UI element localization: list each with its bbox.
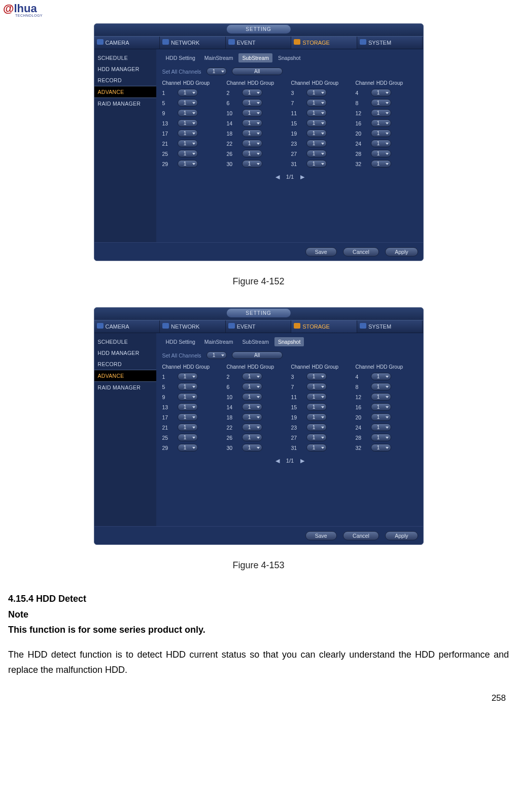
top-tab-storage[interactable]: STORAGE bbox=[291, 37, 357, 49]
hdd-group-dropdown[interactable]: 1 bbox=[371, 109, 391, 117]
hdd-group-dropdown[interactable]: 1 bbox=[178, 160, 198, 168]
hdd-group-dropdown[interactable]: 1 bbox=[306, 444, 327, 451]
top-tab-camera[interactable]: CAMERA bbox=[94, 320, 160, 333]
hdd-group-dropdown[interactable]: 1 bbox=[306, 434, 327, 441]
hdd-group-dropdown[interactable]: 1 bbox=[178, 434, 198, 441]
sidebar-item-advance[interactable]: ADVANCE bbox=[94, 370, 156, 382]
apply-button[interactable]: Apply bbox=[385, 247, 418, 256]
hdd-group-dropdown[interactable]: 1 bbox=[178, 393, 198, 401]
hdd-group-dropdown[interactable]: 1 bbox=[178, 403, 198, 411]
save-button[interactable]: Save bbox=[305, 247, 337, 256]
hdd-group-dropdown[interactable]: 1 bbox=[371, 413, 391, 421]
hdd-group-dropdown[interactable]: 1 bbox=[371, 140, 391, 147]
hdd-group-dropdown[interactable]: 1 bbox=[371, 424, 391, 431]
hdd-group-dropdown[interactable]: 1 bbox=[178, 413, 198, 421]
top-tab-system[interactable]: SYSTEM bbox=[357, 37, 423, 49]
hdd-group-dropdown[interactable]: 1 bbox=[178, 373, 198, 380]
hdd-group-dropdown[interactable]: 1 bbox=[371, 383, 391, 391]
hdd-group-dropdown[interactable]: 1 bbox=[371, 160, 391, 168]
hdd-group-dropdown[interactable]: 1 bbox=[371, 129, 391, 137]
hdd-group-dropdown[interactable]: 1 bbox=[306, 140, 327, 147]
sidebar-item-schedule[interactable]: SCHEDULE bbox=[94, 52, 156, 63]
hdd-group-dropdown[interactable]: 1 bbox=[242, 413, 262, 421]
hdd-group-dropdown[interactable]: 1 bbox=[306, 373, 327, 380]
hdd-group-dropdown[interactable]: 1 bbox=[242, 140, 262, 147]
top-tab-storage[interactable]: STORAGE bbox=[291, 320, 357, 333]
hdd-group-dropdown[interactable]: 1 bbox=[306, 119, 327, 127]
subtab-substream[interactable]: SubStream bbox=[238, 337, 272, 346]
hdd-group-dropdown[interactable]: 1 bbox=[242, 373, 262, 380]
hdd-group-dropdown[interactable]: 1 bbox=[178, 140, 198, 147]
hdd-group-dropdown[interactable]: 1 bbox=[306, 393, 327, 401]
top-tab-event[interactable]: EVENT bbox=[226, 320, 292, 333]
prev-page-icon[interactable]: ◀ bbox=[275, 174, 280, 180]
apply-button[interactable]: Apply bbox=[385, 531, 418, 540]
hdd-group-dropdown[interactable]: 1 bbox=[178, 99, 198, 107]
set-all-dropdown[interactable]: 1 bbox=[206, 351, 227, 359]
all-button[interactable]: All bbox=[232, 351, 283, 359]
sidebar-item-hdd-manager[interactable]: HDD MANAGER bbox=[94, 63, 156, 75]
hdd-group-dropdown[interactable]: 1 bbox=[242, 109, 262, 117]
hdd-group-dropdown[interactable]: 1 bbox=[178, 150, 198, 157]
sidebar-item-record[interactable]: RECORD bbox=[94, 359, 156, 370]
all-button[interactable]: All bbox=[232, 68, 283, 75]
hdd-group-dropdown[interactable]: 1 bbox=[242, 444, 262, 451]
hdd-group-dropdown[interactable]: 1 bbox=[242, 129, 262, 137]
save-button[interactable]: Save bbox=[305, 531, 337, 540]
hdd-group-dropdown[interactable]: 1 bbox=[242, 424, 262, 431]
set-all-dropdown[interactable]: 1 bbox=[206, 68, 227, 75]
hdd-group-dropdown[interactable]: 1 bbox=[178, 129, 198, 137]
next-page-icon[interactable]: ▶ bbox=[300, 174, 304, 180]
hdd-group-dropdown[interactable]: 1 bbox=[306, 89, 327, 96]
hdd-group-dropdown[interactable]: 1 bbox=[306, 160, 327, 168]
hdd-group-dropdown[interactable]: 1 bbox=[242, 119, 262, 127]
sidebar-item-raid-manager[interactable]: RAID MANAGER bbox=[94, 382, 156, 393]
hdd-group-dropdown[interactable]: 1 bbox=[306, 129, 327, 137]
sidebar-item-hdd-manager[interactable]: HDD MANAGER bbox=[94, 347, 156, 359]
subtab-hdd-setting[interactable]: HDD Setting bbox=[162, 53, 199, 62]
top-tab-network[interactable]: NETWORK bbox=[160, 37, 226, 49]
hdd-group-dropdown[interactable]: 1 bbox=[371, 403, 391, 411]
subtab-mainstream[interactable]: MainStream bbox=[201, 337, 237, 346]
hdd-group-dropdown[interactable]: 1 bbox=[371, 99, 391, 107]
hdd-group-dropdown[interactable]: 1 bbox=[178, 424, 198, 431]
hdd-group-dropdown[interactable]: 1 bbox=[306, 413, 327, 421]
hdd-group-dropdown[interactable]: 1 bbox=[178, 109, 198, 117]
hdd-group-dropdown[interactable]: 1 bbox=[242, 383, 262, 391]
hdd-group-dropdown[interactable]: 1 bbox=[306, 383, 327, 391]
hdd-group-dropdown[interactable]: 1 bbox=[371, 393, 391, 401]
cancel-button[interactable]: Cancel bbox=[343, 247, 379, 256]
prev-page-icon[interactable]: ◀ bbox=[275, 458, 280, 464]
hdd-group-dropdown[interactable]: 1 bbox=[178, 383, 198, 391]
hdd-group-dropdown[interactable]: 1 bbox=[242, 434, 262, 441]
hdd-group-dropdown[interactable]: 1 bbox=[306, 109, 327, 117]
sidebar-item-advance[interactable]: ADVANCE bbox=[94, 86, 156, 98]
hdd-group-dropdown[interactable]: 1 bbox=[242, 403, 262, 411]
top-tab-network[interactable]: NETWORK bbox=[160, 320, 226, 333]
hdd-group-dropdown[interactable]: 1 bbox=[371, 434, 391, 441]
subtab-substream[interactable]: SubStream bbox=[238, 53, 272, 62]
hdd-group-dropdown[interactable]: 1 bbox=[306, 99, 327, 107]
next-page-icon[interactable]: ▶ bbox=[300, 458, 304, 464]
top-tab-system[interactable]: SYSTEM bbox=[357, 320, 423, 333]
hdd-group-dropdown[interactable]: 1 bbox=[306, 403, 327, 411]
subtab-mainstream[interactable]: MainStream bbox=[201, 53, 237, 62]
hdd-group-dropdown[interactable]: 1 bbox=[242, 89, 262, 96]
hdd-group-dropdown[interactable]: 1 bbox=[371, 373, 391, 380]
hdd-group-dropdown[interactable]: 1 bbox=[242, 393, 262, 401]
hdd-group-dropdown[interactable]: 1 bbox=[178, 89, 198, 96]
hdd-group-dropdown[interactable]: 1 bbox=[242, 99, 262, 107]
sidebar-item-record[interactable]: RECORD bbox=[94, 75, 156, 86]
subtab-snapshot[interactable]: Snapshot bbox=[274, 53, 304, 62]
hdd-group-dropdown[interactable]: 1 bbox=[242, 160, 262, 168]
top-tab-event[interactable]: EVENT bbox=[226, 37, 292, 49]
hdd-group-dropdown[interactable]: 1 bbox=[178, 119, 198, 127]
sidebar-item-schedule[interactable]: SCHEDULE bbox=[94, 336, 156, 347]
subtab-hdd-setting[interactable]: HDD Setting bbox=[162, 337, 199, 346]
hdd-group-dropdown[interactable]: 1 bbox=[371, 150, 391, 157]
subtab-snapshot[interactable]: Snapshot bbox=[274, 337, 304, 346]
hdd-group-dropdown[interactable]: 1 bbox=[306, 424, 327, 431]
top-tab-camera[interactable]: CAMERA bbox=[94, 37, 160, 49]
hdd-group-dropdown[interactable]: 1 bbox=[178, 444, 198, 451]
hdd-group-dropdown[interactable]: 1 bbox=[242, 150, 262, 157]
